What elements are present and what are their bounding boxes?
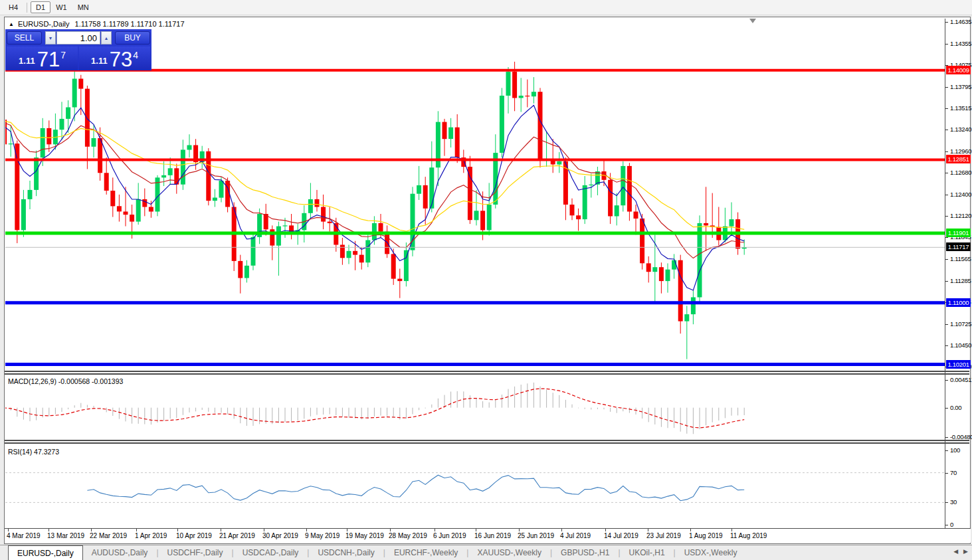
tab-scroll-left-icon[interactable]: ◀ bbox=[953, 548, 958, 555]
chart-tab-xauusd-weekly[interactable]: XAUUSD-,Weekly bbox=[468, 545, 549, 560]
chart-tab-usdcad-daily[interactable]: USDCAD-,Daily bbox=[234, 545, 308, 560]
axis-tick-mark bbox=[945, 151, 948, 152]
level-price-badge[interactable]: 1.10201 bbox=[946, 360, 971, 369]
chart-tab-eurchf-weekly[interactable]: EURCHF-,Weekly bbox=[385, 545, 466, 560]
buy-price-small: 1.11 bbox=[91, 56, 108, 66]
sell-button[interactable]: SELL bbox=[7, 31, 42, 45]
date-label: 6 Jun 2019 bbox=[433, 532, 466, 539]
chart-tab-usdchf-daily[interactable]: USDCHF-,Daily bbox=[159, 545, 232, 560]
price-tick-label: 1.10725 bbox=[950, 320, 971, 327]
rsi-scale-label: 30 bbox=[950, 498, 957, 506]
timeframe-button-mn[interactable]: MN bbox=[72, 1, 94, 13]
chart-tab-usdx-weekly[interactable]: USDX-,Weekly bbox=[676, 545, 746, 560]
date-label: 4 Mar 2019 bbox=[7, 532, 41, 539]
date-tick-mark bbox=[177, 529, 178, 531]
date-tick-mark bbox=[690, 529, 691, 531]
volume-decrease-button[interactable]: ▼ bbox=[45, 31, 56, 45]
level-price-badge[interactable]: 1.14009 bbox=[946, 66, 971, 74]
date-tick-mark bbox=[435, 529, 435, 531]
date-tick-mark bbox=[347, 529, 347, 531]
sell-price-pip: 7 bbox=[60, 50, 66, 60]
date-tick-mark bbox=[306, 529, 307, 531]
axis-tick-mark bbox=[945, 130, 948, 130]
buy-price-display[interactable]: 1.11734 bbox=[79, 47, 150, 70]
date-label: 19 May 2019 bbox=[345, 532, 384, 539]
pane-separator[interactable] bbox=[5, 440, 969, 444]
date-tick-mark bbox=[91, 529, 92, 531]
rsi-indicator-pane[interactable] bbox=[5, 444, 945, 527]
axis-tick-mark bbox=[945, 259, 948, 260]
level-price-badge[interactable]: 1.11901 bbox=[946, 229, 971, 237]
price-tick-label: 1.11565 bbox=[950, 255, 971, 262]
date-tick-mark bbox=[476, 529, 476, 531]
price-tick-label: 1.11285 bbox=[950, 277, 971, 284]
price-axis[interactable]: 1.146351.143551.140751.137951.135151.132… bbox=[945, 19, 971, 528]
price-chart-pane[interactable] bbox=[5, 19, 945, 371]
date-label: 16 Jun 2019 bbox=[474, 532, 511, 539]
level-price-badge[interactable]: 1.11000 bbox=[946, 298, 971, 307]
axis-tick-mark bbox=[945, 380, 948, 381]
axis-tick-mark bbox=[945, 525, 948, 525]
date-tick-mark bbox=[648, 529, 648, 531]
date-axis[interactable]: 4 Mar 201913 Mar 201922 Mar 20191 Apr 20… bbox=[5, 528, 971, 543]
date-label: 25 Jun 2019 bbox=[518, 532, 554, 539]
axis-tick-mark bbox=[945, 437, 948, 438]
date-label: 14 Jul 2019 bbox=[604, 532, 638, 539]
date-label: 30 Apr 2019 bbox=[262, 532, 298, 539]
rsi-scale-label: 100 bbox=[950, 446, 960, 454]
chart-tab-ukoil-h1[interactable]: UKOil-,H1 bbox=[621, 545, 674, 560]
tab-scroll-right-icon[interactable]: ▶ bbox=[963, 548, 968, 555]
macd-indicator-pane[interactable] bbox=[5, 375, 945, 440]
tab-scroll-arrows: ◀▶ bbox=[948, 548, 968, 555]
price-tick-label: 1.13795 bbox=[950, 83, 971, 90]
rsi-label: RSI(14) 47.3273 bbox=[8, 448, 59, 456]
timeframe-toolbar: H4D1W1MN bbox=[0, 0, 972, 15]
axis-tick-mark bbox=[945, 408, 948, 409]
chart-tab-eurusd-daily[interactable]: EURUSD-,Daily bbox=[8, 545, 83, 560]
price-tick-label: 1.13240 bbox=[950, 126, 971, 133]
date-label: 23 Jul 2019 bbox=[646, 532, 681, 539]
chart-shift-marker-icon bbox=[749, 19, 756, 23]
price-tick-label: 1.12960 bbox=[950, 147, 971, 155]
macd-scale-label: 0.004517 bbox=[950, 376, 972, 383]
chart-tab-bar: EURUSD-,DailyAUDUSD-,Daily|USDCHF-,Daily… bbox=[0, 545, 972, 560]
axis-tick-mark bbox=[945, 473, 948, 474]
chart-tab-usdcnh-daily[interactable]: USDCNH-,Daily bbox=[309, 545, 383, 560]
sell-price-display[interactable]: 1.11717 bbox=[7, 47, 78, 70]
volume-increase-button[interactable]: ▲ bbox=[101, 31, 112, 45]
date-label: 4 Jul 2019 bbox=[560, 532, 591, 539]
axis-tick-mark bbox=[945, 237, 948, 238]
buy-price-pip: 4 bbox=[133, 50, 138, 60]
chart-tab-gbpusd-h1[interactable]: GBPUSD-,H1 bbox=[552, 545, 618, 560]
level-price-badge[interactable]: 1.12851 bbox=[946, 155, 971, 163]
one-click-collapse-icon[interactable]: ▲ bbox=[9, 21, 14, 27]
toolbar-separator bbox=[27, 3, 27, 13]
date-tick-mark bbox=[519, 529, 520, 531]
macd-scale-label: -0.004806 bbox=[950, 433, 972, 440]
volume-input[interactable] bbox=[56, 31, 100, 45]
date-tick-mark bbox=[390, 529, 391, 531]
date-tick-mark bbox=[561, 529, 562, 531]
date-tick-mark bbox=[264, 529, 264, 531]
axis-tick-mark bbox=[945, 502, 948, 503]
mt4-terminal: H4D1W1MN ▲EURUSD-,Daily1.11758 1.11789 1… bbox=[0, 0, 972, 560]
price-tick-label: 1.12120 bbox=[950, 212, 971, 219]
chart-ohlc-values: 1.11758 1.11789 1.11710 1.11717 bbox=[75, 20, 185, 28]
timeframe-button-w1[interactable]: W1 bbox=[50, 1, 72, 13]
macd-label: MACD(12,26,9) -0.000568 -0.001393 bbox=[8, 377, 123, 385]
current-price-badge: 1.11717 bbox=[946, 242, 971, 251]
date-tick-mark bbox=[136, 529, 137, 531]
timeframe-button-h4[interactable]: H4 bbox=[3, 1, 23, 13]
buy-button[interactable]: BUY bbox=[115, 31, 150, 45]
one-click-trading-panel: SELL ▼ ▲ BUY 1.11717 1.11734 bbox=[5, 29, 151, 70]
axis-tick-mark bbox=[945, 22, 948, 23]
axis-tick-mark bbox=[945, 108, 948, 109]
date-label: 22 Mar 2019 bbox=[90, 532, 127, 539]
date-label: 21 Apr 2019 bbox=[219, 532, 255, 539]
date-label: 9 May 2019 bbox=[305, 532, 340, 539]
rsi-scale-label: 70 bbox=[950, 469, 957, 476]
axis-tick-mark bbox=[945, 345, 948, 346]
timeframe-button-d1[interactable]: D1 bbox=[31, 1, 50, 13]
date-label: 1 Aug 2019 bbox=[689, 532, 723, 539]
chart-tab-audusd-daily[interactable]: AUDUSD-,Daily bbox=[83, 545, 157, 560]
